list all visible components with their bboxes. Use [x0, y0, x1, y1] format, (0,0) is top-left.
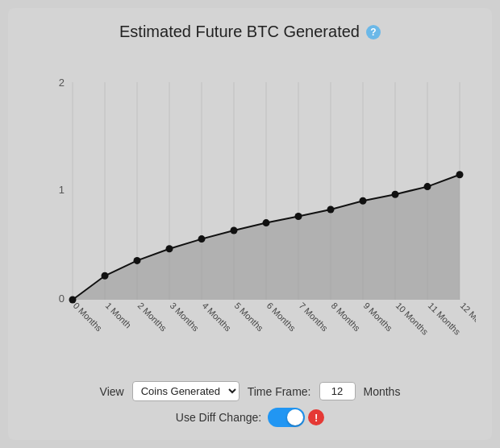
chart-area: 2 1 0 0 Months 1 M	[24, 49, 476, 373]
svg-text:0: 0	[59, 292, 65, 305]
x-label: 7 Months	[298, 301, 331, 334]
x-label: 10 Months	[394, 301, 431, 337]
warning-icon: !	[308, 409, 324, 425]
svg-text:2: 2	[59, 77, 65, 89]
diff-toggle[interactable]	[268, 408, 305, 427]
timeframe-suffix: Months	[364, 385, 401, 398]
page-title: Estimated Future BTC Generated	[119, 23, 360, 41]
diff-toggle-container: !	[268, 408, 324, 427]
data-point	[231, 227, 238, 234]
x-label: 8 Months	[330, 301, 363, 334]
timeframe-label: Time Frame:	[248, 385, 311, 398]
data-point	[134, 257, 141, 264]
x-label: 6 Months	[265, 301, 298, 334]
chart-svg: 2 1 0 0 Months 1 M	[24, 49, 476, 373]
data-point	[263, 219, 270, 226]
data-point	[166, 245, 173, 252]
x-label: 12 Months	[459, 301, 476, 337]
data-point	[360, 197, 367, 205]
data-point	[69, 297, 77, 304]
main-card: Estimated Future BTC Generated ? 2 1 0	[8, 8, 492, 440]
data-point	[456, 171, 464, 178]
data-point	[424, 183, 431, 190]
data-point	[392, 191, 399, 198]
data-point	[102, 272, 109, 280]
view-row: View Coins Generated USD Value BTC Value…	[100, 381, 401, 401]
x-label: 5 Months	[233, 301, 266, 334]
data-point	[295, 213, 302, 220]
x-label: 0 Months	[72, 301, 105, 334]
controls-section: View Coins Generated USD Value BTC Value…	[100, 381, 401, 427]
x-label: 2 Months	[136, 301, 169, 334]
help-icon[interactable]: ?	[366, 25, 381, 39]
view-select[interactable]: Coins Generated USD Value BTC Value	[132, 381, 240, 401]
data-point	[198, 235, 206, 243]
x-label: 1 Month	[104, 301, 134, 330]
x-label: 9 Months	[362, 301, 395, 334]
x-label: 4 Months	[201, 301, 234, 334]
diff-label: Use Diff Change:	[176, 411, 261, 424]
svg-text:1: 1	[59, 184, 65, 196]
toggle-thumb	[287, 409, 303, 425]
title-row: Estimated Future BTC Generated ?	[119, 23, 381, 41]
view-label: View	[100, 385, 124, 398]
timeframe-input[interactable]	[319, 382, 356, 400]
x-label: 3 Months	[169, 301, 202, 334]
x-label: 11 Months	[427, 301, 463, 337]
data-point	[327, 206, 335, 214]
diff-row: Use Diff Change: !	[176, 408, 324, 427]
